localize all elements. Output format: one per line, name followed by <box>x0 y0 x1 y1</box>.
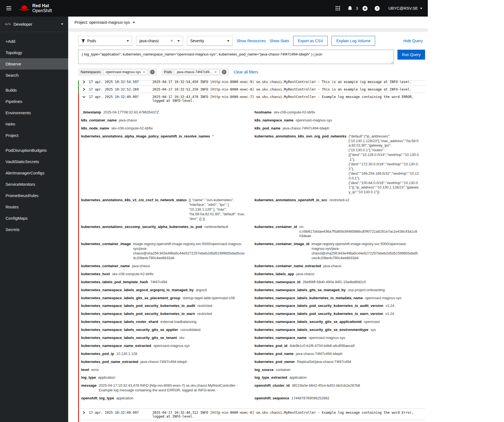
sidebar-item-add[interactable]: +Add <box>0 36 68 47</box>
filter-chip-group-namespaces: Namespacesopenroast-magnus-sys✕✕ <box>78 68 157 76</box>
field-key: hostname <box>254 110 271 115</box>
query-row: { log_type="application", kubernetes_nam… <box>78 50 425 64</box>
expand-chevron-icon[interactable] <box>79 94 89 99</box>
hamburger-icon <box>6 8 11 9</box>
filter-chip: java-chassi-74f47c49...✕ <box>174 69 219 75</box>
field-value: 10.130.1.128 <box>116 352 246 356</box>
user-menu-button[interactable]: UBYC@RSV.SE <box>388 6 422 10</box>
log-field: kubernetes_namespace_labels_security_git… <box>81 334 252 342</box>
chevron-down-icon <box>127 40 129 42</box>
sidebar-item-configmaps[interactable]: ConfigMaps <box>0 213 68 224</box>
show-resources-link[interactable]: Show Resources <box>237 39 266 43</box>
expand-chevron-icon[interactable] <box>79 81 89 84</box>
sidebar-item-search[interactable]: Search <box>0 70 68 81</box>
hide-query-link[interactable]: Hide Query <box>403 39 423 43</box>
log-row[interactable]: 17 apr. 2025 10:32:49.0972025-04-17 10:3… <box>78 93 425 409</box>
attribute-value-select[interactable]: java-chassi ✕ <box>136 36 183 46</box>
sidebar-group: BuildsPipelinesEnvironmentsHelmProject <box>0 84 68 141</box>
nav-toggle-button[interactable] <box>3 2 15 14</box>
query-input[interactable]: { log_type="application", kubernetes_nam… <box>78 50 394 64</box>
sidebar-item-project[interactable]: Project <box>0 130 68 141</box>
sidebar-item-prometheusrules[interactable]: PrometheusRules <box>0 190 68 201</box>
chip-group-remove-icon[interactable]: ✕ <box>222 70 226 74</box>
log-row-main[interactable]: 17 apr. 2025 10:32:52.2692025-04-17 10:3… <box>78 86 425 93</box>
user-name: UBYC@RSV.SE <box>388 6 418 10</box>
notifications-button[interactable] <box>345 3 355 14</box>
sidebar-item-vaultstaticsecrets[interactable]: VaultStaticSecrets <box>0 156 68 167</box>
help-button[interactable]: ? <box>372 3 382 14</box>
log-field: levelerror <box>81 366 252 374</box>
sidebar-item-observe[interactable]: Observe <box>0 58 68 70</box>
clear-value-icon[interactable]: ✕ <box>170 39 173 43</box>
explain-log-volume-button[interactable]: Explain Log Volume <box>331 36 375 46</box>
log-row-main[interactable]: 17 apr. 2025 10:32:49.0972025-04-17 10:3… <box>78 409 425 420</box>
sidebar-item-builds[interactable]: Builds <box>0 84 68 96</box>
log-field: kubernetes_hostskv-c08-compute-h2-ldr6v <box>81 270 252 278</box>
log-row[interactable]: 17 apr. 2025 10:32:54.5972025-04-17 10:3… <box>78 81 425 86</box>
log-field: kubernetes_container_name_extractedjava-… <box>254 262 425 270</box>
log-message: 2025-04-17 10:32:40,312 INFO [http-nio-8… <box>144 410 425 418</box>
severity-bar-error <box>78 93 79 408</box>
attribute-filter-select[interactable]: Pods <box>78 36 132 46</box>
field-value: restricted-v2 <box>330 198 419 203</box>
app-launcher-button[interactable] <box>333 3 343 14</box>
field-key: kubernetes_container_image <box>81 242 131 246</box>
field-value: openroast-magnus-sys <box>309 336 419 340</box>
field-value: java-chassi <box>119 118 246 123</box>
sidebar-item-alertmanagerconfigs[interactable]: AlertmanagerConfigs <box>0 167 68 179</box>
log-field: log_type_extractedapplication <box>254 374 425 382</box>
field-value: container <box>276 368 419 372</box>
log-field: kubernetes_namespace_nameopenroast-magnu… <box>254 334 425 342</box>
export-csv-button[interactable]: Export as CSV <box>293 36 328 46</box>
field-value: restricted <box>197 312 246 316</box>
field-value: java-chassi-74f47c494-tdwph <box>283 126 419 131</box>
field-key: kubernetes_namespace_labels_argocd_argop… <box>81 288 194 293</box>
sidebar-item-environments[interactable]: Environments <box>0 107 68 118</box>
page-body: </> Developer +AddTopologyObserveSearchB… <box>0 17 428 422</box>
log-timestamp: 17 apr. 2025 10:32:49.097 <box>89 94 144 99</box>
chip-remove-icon[interactable]: ✕ <box>143 70 145 74</box>
log-row-main[interactable]: 17 apr. 2025 10:32:54.5972025-04-17 10:3… <box>78 81 425 85</box>
field-key: kubernetes_namespace_name_extracted <box>81 344 151 348</box>
sidebar-item-pipelines[interactable]: Pipelines <box>0 96 68 107</box>
developer-perspective-icon: </> <box>5 22 11 26</box>
log-row[interactable]: 17 apr. 2025 10:32:52.2692025-04-17 10:3… <box>78 86 425 93</box>
sidebar-item-poddisruptionbudgets[interactable]: PodDisruptionBudgets <box>0 145 68 156</box>
field-key: kubernetes_namespace_labels_security_git… <box>254 328 368 332</box>
clear-all-filters-link[interactable]: Clear all filters <box>234 70 258 74</box>
log-row-main[interactable]: 17 apr. 2025 10:32:49.0972025-04-17 10:3… <box>78 93 425 104</box>
logs-page: Pods java-chassi ✕ Severity Show Resourc… <box>68 32 428 422</box>
masthead: Red Hat OpenShift 3 <box>0 0 428 17</box>
main-content: Project: openroast-magnus-sys Pods <box>68 17 428 422</box>
sidebar-item-servicemonitors[interactable]: ServiceMonitors <box>0 179 68 190</box>
perspective-switcher[interactable]: </> Developer <box>0 17 68 32</box>
log-table: 17 apr. 2025 10:32:54.5972025-04-17 10:3… <box>78 80 425 422</box>
run-query-button[interactable]: Run Query <box>397 50 425 60</box>
show-stats-link[interactable]: Show Stats <box>270 39 289 43</box>
log-row[interactable]: 17 apr. 2025 10:32:49.0972025-04-17 10:3… <box>78 409 425 420</box>
severity-filter-select[interactable]: Severity <box>187 36 233 46</box>
field-key: kubernetes_namespace_name <box>254 336 307 340</box>
brand-logo[interactable]: Red Hat OpenShift <box>19 3 52 13</box>
field-value: {"default":{"ip_addresses":["10.130.1.12… <box>349 134 419 195</box>
sidebar-item-helm[interactable]: Helm <box>0 118 68 130</box>
log-field: k8s_namespace_nameopenroast-magnus-sys <box>254 116 425 124</box>
project-selector[interactable]: Project: openroast-magnus-sys <box>75 20 135 25</box>
sidebar-item-topology[interactable]: Topology <box>0 47 68 58</box>
sidebar-item-secrets[interactable]: Secrets <box>0 224 68 235</box>
log-row-main[interactable]: 17 apr. 2025 10:32:29.1502025-04-17 10:3… <box>78 420 425 422</box>
expand-chevron-icon[interactable] <box>79 410 89 414</box>
log-field: openshift_sequence1744878769096252692 <box>254 394 425 402</box>
log-field: hostnameskv-c08-compute-h2-ldr6v <box>254 108 425 116</box>
field-key: log_type <box>81 375 96 380</box>
field-value: error <box>91 368 246 372</box>
log-timestamp: 17 apr. 2025 10:32:54.597 <box>89 81 144 84</box>
chip-group-remove-icon[interactable]: ✕ <box>150 70 155 74</box>
log-row[interactable]: 17 apr. 2025 10:32:29.1502025-04-17 10:3… <box>78 420 425 422</box>
field-key: kubernetes_annotations_k8s_ovn_org_pod_n… <box>254 134 346 139</box>
expand-chevron-icon[interactable] <box>79 87 89 91</box>
sidebar-item-routes[interactable]: Routes <box>0 201 68 213</box>
field-value: 38219a3e-b642-45ce-bd02-bb2cb2e287b6 <box>292 383 419 388</box>
quick-create-button[interactable] <box>360 3 370 14</box>
chip-remove-icon[interactable]: ✕ <box>214 70 217 74</box>
